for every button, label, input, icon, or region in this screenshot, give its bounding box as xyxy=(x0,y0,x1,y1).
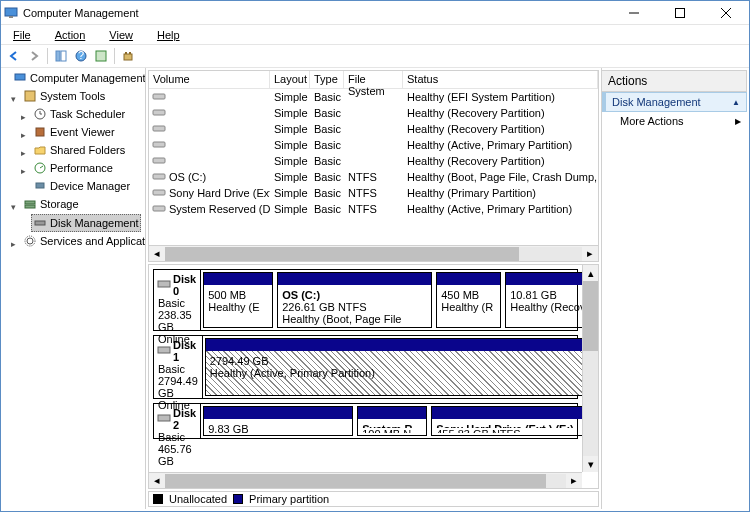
twisty-icon[interactable]: ▸ xyxy=(21,145,26,161)
twisty-icon[interactable]: ▸ xyxy=(21,109,26,125)
tree-performance[interactable]: ▸Performance xyxy=(31,160,145,178)
disk-label: Disk 1 xyxy=(173,339,198,363)
minimize-button[interactable] xyxy=(617,3,651,23)
settings-button[interactable] xyxy=(119,47,137,65)
volume-row[interactable]: Sony Hard Drive (Ext.) (E:)SimpleBasicNT… xyxy=(149,185,598,201)
disk-row[interactable]: Disk 1Basic2794.49 GBOnline2794.49 GBHea… xyxy=(153,335,578,399)
menu-help[interactable]: Help xyxy=(149,29,188,41)
scroll-track[interactable] xyxy=(165,247,582,261)
volume-row[interactable]: System Reserved (D:)SimpleBasicNTFSHealt… xyxy=(149,201,598,217)
back-button[interactable] xyxy=(5,47,23,65)
volume-row[interactable]: OS (C:)SimpleBasicNTFSHealthy (Boot, Pag… xyxy=(149,169,598,185)
scroll-right-icon[interactable]: ▸ xyxy=(582,247,598,261)
app-icon xyxy=(3,5,19,21)
volume-list-header[interactable]: Volume Layout Type File System Status xyxy=(149,71,598,89)
window-title: Computer Management xyxy=(23,7,617,19)
partition[interactable]: 500 MBHealthy (E xyxy=(203,272,273,328)
nav-tree[interactable]: Computer Management (Local ▾System Tools… xyxy=(1,68,146,509)
refresh-button[interactable] xyxy=(92,47,110,65)
partition[interactable]: 2794.49 GBHealthy (Active, Primary Parti… xyxy=(205,338,582,396)
show-hide-tree-button[interactable] xyxy=(52,47,70,65)
actions-selected[interactable]: Disk Management ▲ xyxy=(602,92,747,112)
twisty-icon[interactable]: ▸ xyxy=(11,236,16,252)
volume-list[interactable]: Volume Layout Type File System Status Si… xyxy=(148,70,599,262)
vertical-scrollbar[interactable]: ▴ ▾ xyxy=(582,265,598,472)
close-button[interactable] xyxy=(709,3,743,23)
disk-info: Disk 2Basic465.76 GB xyxy=(154,404,201,438)
tree-task-scheduler[interactable]: ▸Task Scheduler xyxy=(31,106,145,124)
volume-row[interactable]: SimpleBasicHealthy (Active, Primary Part… xyxy=(149,137,598,153)
tree-root[interactable]: Computer Management (Local ▾System Tools… xyxy=(11,70,145,251)
volume-row[interactable]: SimpleBasicHealthy (Recovery Partition) xyxy=(149,105,598,121)
scroll-track[interactable] xyxy=(583,281,598,456)
twisty-icon[interactable]: ▾ xyxy=(11,91,16,107)
disk-graphical-view[interactable]: Disk 0Basic238.35 GBOnline500 MBHealthy … xyxy=(148,264,599,489)
menu-view[interactable]: View xyxy=(101,29,141,41)
scroll-down-icon[interactable]: ▾ xyxy=(583,456,598,472)
partition[interactable]: 10.81 GBHealthy (Recovery xyxy=(505,272,582,328)
svg-rect-12 xyxy=(125,52,127,54)
separator xyxy=(114,48,115,64)
volume-row[interactable]: SimpleBasicHealthy (Recovery Partition) xyxy=(149,153,598,169)
actions-more[interactable]: More Actions ▶ xyxy=(602,112,747,130)
help-button[interactable]: ? xyxy=(72,47,90,65)
col-volume[interactable]: Volume xyxy=(149,71,270,88)
volume-status: Healthy (Boot, Page File, Crash Dump, Pr… xyxy=(403,171,598,183)
partition-stripe xyxy=(278,273,431,285)
tree-disk-management[interactable]: Disk Management xyxy=(31,214,145,233)
forward-button[interactable] xyxy=(25,47,43,65)
volume-layout: Simple xyxy=(270,171,310,183)
volume-layout: Simple xyxy=(270,107,310,119)
volume-row[interactable]: SimpleBasicHealthy (Recovery Partition) xyxy=(149,121,598,137)
volume-status: Healthy (EFI System Partition) xyxy=(403,91,598,103)
partition-status: Healthy (R xyxy=(441,301,496,313)
twisty-icon[interactable]: ▾ xyxy=(11,199,16,215)
drive-icon xyxy=(153,139,169,149)
partition[interactable]: Sony Hard Drive (Ext.) (E:)455.83 GB NTF… xyxy=(431,406,582,436)
disk-type: Basic xyxy=(158,297,196,309)
svg-rect-34 xyxy=(153,190,165,195)
partition[interactable]: 450 MBHealthy (R xyxy=(436,272,501,328)
partition-size: 226.61 GB NTFS xyxy=(282,301,427,313)
col-layout[interactable]: Layout xyxy=(270,71,310,88)
col-type[interactable]: Type xyxy=(310,71,344,88)
maximize-button[interactable] xyxy=(663,3,697,23)
volume-layout: Simple xyxy=(270,155,310,167)
col-filesystem[interactable]: File System xyxy=(344,71,403,88)
scroll-thumb[interactable] xyxy=(165,247,519,261)
scroll-thumb[interactable] xyxy=(165,474,546,488)
legend: Unallocated Primary partition xyxy=(148,491,599,507)
disk-row[interactable]: Disk 0Basic238.35 GBOnline500 MBHealthy … xyxy=(153,269,578,331)
tree-device-manager[interactable]: Device Manager xyxy=(31,178,145,196)
scroll-left-icon[interactable]: ◂ xyxy=(149,247,165,261)
horizontal-scrollbar[interactable]: ◂ ▸ xyxy=(149,245,598,261)
twisty-icon[interactable]: ▸ xyxy=(21,163,26,179)
tree-system-tools[interactable]: ▾System Tools ▸Task Scheduler ▸Event Vie… xyxy=(21,88,145,196)
partition[interactable]: OS (C:)226.61 GB NTFSHealthy (Boot, Page… xyxy=(277,272,432,328)
disk-label: Disk 0 xyxy=(173,273,196,297)
tree-event-viewer[interactable]: ▸Event Viewer xyxy=(31,124,145,142)
volume-fs: NTFS xyxy=(344,171,403,183)
disk-size: 238.35 GB xyxy=(158,309,196,333)
scroll-right-icon[interactable]: ▸ xyxy=(566,474,582,488)
horizontal-scrollbar[interactable]: ◂ ▸ xyxy=(149,472,582,488)
twisty-icon[interactable]: ▸ xyxy=(21,127,26,143)
scroll-left-icon[interactable]: ◂ xyxy=(149,474,165,488)
scroll-track[interactable] xyxy=(165,474,566,488)
svg-rect-22 xyxy=(36,183,44,188)
volume-status: Healthy (Primary Partition) xyxy=(403,187,598,199)
scroll-thumb[interactable] xyxy=(583,281,598,351)
svg-text:?: ? xyxy=(78,49,84,61)
col-status[interactable]: Status xyxy=(403,71,598,88)
partition[interactable]: 9.83 GB xyxy=(203,406,353,436)
partition[interactable]: System R100 MB N xyxy=(357,406,427,436)
volume-name: OS (C:) xyxy=(169,171,206,183)
menu-action[interactable]: Action xyxy=(47,29,94,41)
tree-services[interactable]: ▸Services and Applications xyxy=(21,233,145,251)
menu-file[interactable]: File xyxy=(5,29,39,41)
volume-type: Basic xyxy=(310,91,344,103)
disk-row[interactable]: Disk 2Basic465.76 GB9.83 GBSystem R100 M… xyxy=(153,403,578,439)
tree-shared-folders[interactable]: ▸Shared Folders xyxy=(31,142,145,160)
scroll-up-icon[interactable]: ▴ xyxy=(583,265,598,281)
tree-storage[interactable]: ▾Storage Disk Management xyxy=(21,196,145,233)
